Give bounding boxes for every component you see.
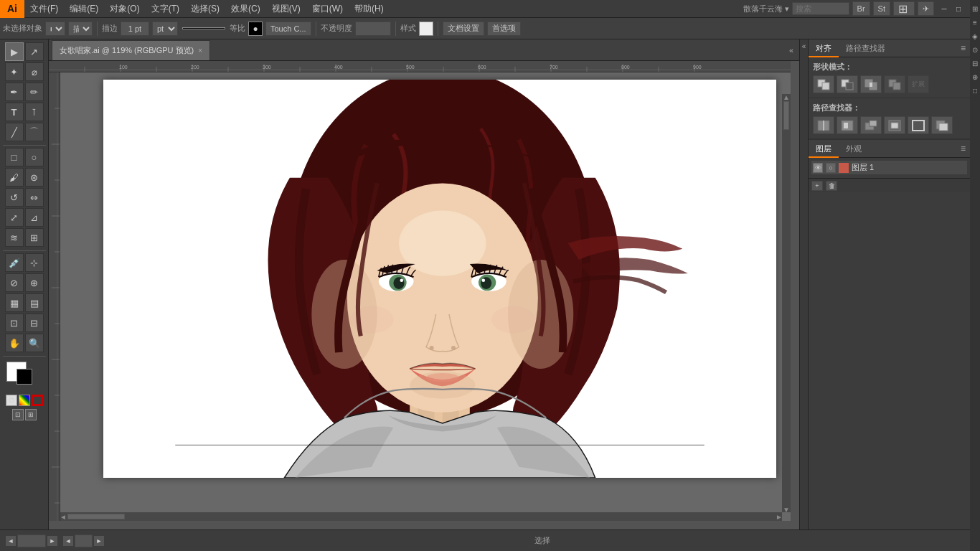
scroll-left-btn[interactable]: ◄ (60, 513, 66, 521)
page-input[interactable]: 1 (75, 534, 93, 547)
menu-help[interactable]: 帮助(H) (349, 0, 390, 18)
menu-object[interactable]: 对象(O) (104, 0, 145, 18)
new-layer-btn[interactable]: + (811, 181, 823, 191)
strip-icon-7[interactable]: □ (969, 85, 980, 96)
artboard-prev-btn[interactable]: ◄ (63, 536, 73, 546)
bar-graph-tool[interactable]: ▤ (25, 293, 44, 312)
layer-lock-1[interactable]: ○ (826, 163, 836, 173)
blend-tool[interactable]: ⊘ (5, 273, 24, 292)
direct-select-tool[interactable]: ↗ (25, 42, 44, 61)
share-btn[interactable]: ✈ (918, 1, 934, 16)
menu-effect[interactable]: 效果(C) (225, 0, 266, 18)
style-box[interactable] (419, 22, 433, 36)
scroll-down-btn[interactable]: ▼ (783, 507, 790, 512)
stock-btn[interactable]: St (873, 1, 890, 16)
line-tool[interactable]: ╱ (5, 123, 24, 141)
pathfinder-tab[interactable]: 路径查找器 (839, 39, 892, 57)
intersect-btn[interactable] (860, 75, 882, 93)
maximize-btn[interactable]: □ (951, 0, 966, 18)
eyedropper-tool[interactable]: 💉 (5, 253, 24, 272)
magic-wand-tool[interactable]: ✦ (5, 62, 24, 81)
color-swatches[interactable] (6, 362, 42, 390)
delete-layer-btn[interactable]: 🗑 (826, 181, 837, 191)
bridge-btn[interactable]: Br (852, 1, 870, 16)
strip-icon-2[interactable]: ≡ (969, 17, 980, 28)
minus-front-btn[interactable] (837, 75, 858, 93)
menu-view[interactable]: 视图(V) (266, 0, 306, 18)
vertical-type-tool[interactable]: ⊺ (25, 103, 44, 121)
merge-btn[interactable] (860, 116, 882, 134)
document-tab[interactable]: 女歌唱家.ai @ 119% (RGB/GPU 预览) × (52, 40, 210, 60)
selection-type[interactable]: ■ (45, 22, 65, 36)
zoom-input[interactable]: 119% (17, 534, 46, 547)
panel-collapse-btn[interactable]: « (786, 46, 796, 55)
menu-file[interactable]: 文件(F) (24, 0, 64, 18)
lasso-tool[interactable]: ⌀ (25, 62, 44, 81)
stroke-unit[interactable]: pt (152, 22, 178, 36)
page-next-btn[interactable]: ► (47, 536, 57, 546)
menu-window[interactable]: 窗口(W) (306, 0, 349, 18)
hand-tool[interactable]: ✋ (5, 334, 24, 352)
select-tool[interactable]: ▶ (5, 42, 24, 61)
ellipse-tool[interactable]: ○ (25, 148, 44, 166)
page-prev-btn[interactable]: ◄ (6, 536, 16, 546)
crop-btn[interactable] (884, 116, 905, 134)
unite-btn[interactable] (813, 75, 834, 93)
minimize-btn[interactable]: ─ (937, 0, 951, 18)
trim-btn[interactable] (837, 116, 858, 134)
opacity-input[interactable]: 100% (355, 22, 391, 36)
arrange-btn[interactable]: ⊞ (893, 1, 915, 16)
pen-tool[interactable]: ✒ (5, 83, 24, 101)
artboard-tool[interactable]: ⊡ (5, 314, 24, 332)
scroll-right-btn[interactable]: ► (776, 513, 782, 521)
h-scroll-thumb[interactable] (67, 514, 125, 519)
vertical-scrollbar[interactable]: ▲ ▼ (782, 94, 791, 512)
shear-tool[interactable]: ⊿ (25, 208, 44, 227)
appearance-tab[interactable]: 外观 (839, 140, 869, 158)
screen-mode[interactable]: ⊡ (12, 409, 24, 420)
change-screen-mode[interactable]: ⊞ (25, 409, 37, 420)
stroke-color[interactable]: ● (248, 22, 263, 36)
rotate-tool[interactable]: ↺ (5, 188, 24, 207)
background-color[interactable] (17, 369, 32, 385)
layers-tab[interactable]: 图层 (809, 140, 839, 158)
artboard-next-btn[interactable]: ► (94, 536, 104, 546)
minus-back-btn[interactable] (931, 116, 953, 134)
strip-icon-4[interactable]: ⊙ (969, 44, 980, 55)
layer-item-1[interactable]: 👁 ○ 图层 1 (811, 161, 967, 174)
rect-tool[interactable]: □ (5, 148, 24, 166)
column-graph-tool[interactable]: ▦ (5, 293, 24, 312)
stroke-input[interactable] (121, 22, 149, 36)
warp-tool[interactable]: ≋ (5, 228, 24, 247)
brush-preset[interactable]: Touch C... (265, 22, 311, 36)
v-scroll-thumb[interactable] (783, 101, 789, 130)
search-input[interactable] (792, 2, 849, 15)
measure-tool[interactable]: ⊹ (25, 253, 44, 272)
outline-btn[interactable] (908, 116, 929, 134)
preferences-btn[interactable]: 首选项 (487, 22, 521, 36)
panel-collapse-handle[interactable]: « (799, 39, 808, 529)
color-mode-gradient[interactable] (19, 395, 30, 406)
layers-options-btn[interactable]: ≡ (956, 143, 970, 154)
arc-tool[interactable]: ⌒ (25, 123, 44, 141)
menu-select[interactable]: 选择(S) (185, 0, 225, 18)
add-anchor-tool[interactable]: ✏ (25, 83, 44, 101)
color-mode-none[interactable]: ∅ (6, 395, 17, 406)
strip-icon-6[interactable]: ⊕ (969, 71, 980, 83)
horizontal-scrollbar[interactable]: ◄ ► (60, 512, 782, 521)
slice-tool[interactable]: ⊟ (25, 314, 44, 332)
width-tool[interactable]: ⊞ (25, 228, 44, 247)
scale-tool[interactable]: ⤢ (5, 208, 24, 227)
layer-eye-1[interactable]: 👁 (813, 163, 823, 173)
paintbrush-tool[interactable]: 🖌 (5, 168, 24, 187)
zoom-tool[interactable]: 🔍 (25, 334, 44, 352)
blob-brush-tool[interactable]: ⊛ (25, 168, 44, 187)
strip-icon-5[interactable]: ⊟ (969, 57, 980, 69)
exclude-btn[interactable] (884, 75, 905, 93)
doc-settings-btn[interactable]: 文档设置 (443, 22, 484, 36)
strip-icon-3[interactable]: ◈ (969, 30, 980, 42)
expand-btn[interactable]: 扩展 (908, 75, 929, 93)
divide-btn[interactable] (813, 116, 834, 134)
canvas-container[interactable]: ▲ ▼ ◄ ► (60, 72, 791, 521)
type-tool[interactable]: T (5, 103, 24, 121)
